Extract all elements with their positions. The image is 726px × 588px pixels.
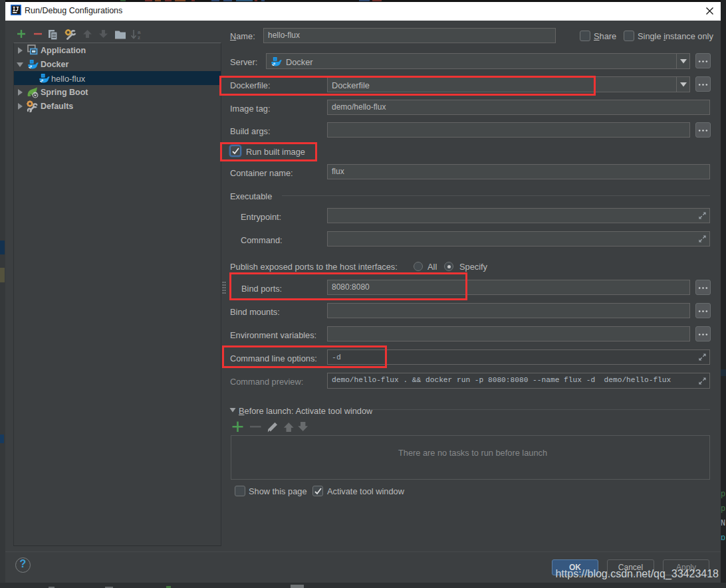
svg-text:z: z — [138, 35, 140, 40]
